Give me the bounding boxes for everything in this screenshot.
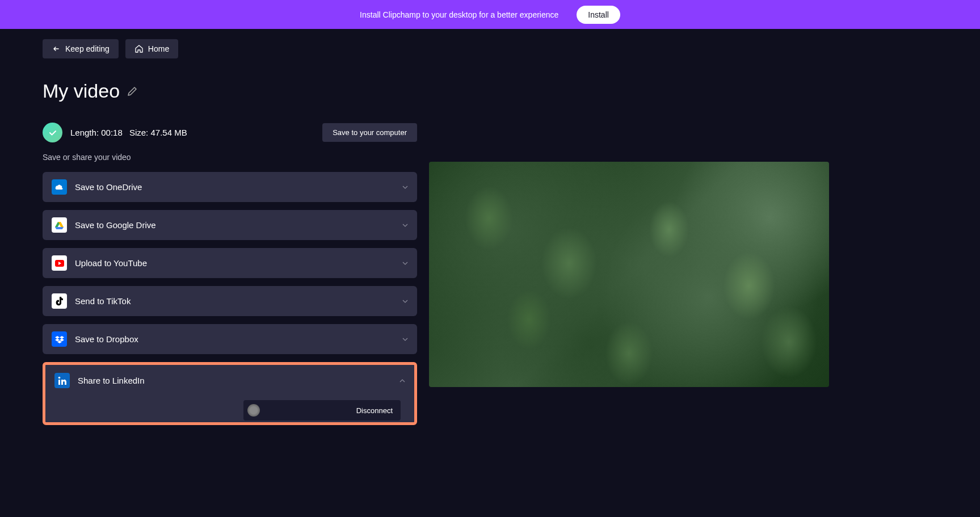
status-row: Length: 00:18 Size: 47.54 MB Save to you… [43, 123, 417, 142]
arrow-left-icon [52, 44, 61, 53]
chevron-down-icon [402, 300, 408, 303]
onedrive-label: Save to OneDrive [75, 182, 142, 192]
home-icon [134, 44, 144, 53]
install-banner: Install Clipchamp to your desktop for a … [0, 0, 980, 29]
youtube-label: Upload to YouTube [75, 258, 147, 268]
install-button[interactable]: Install [577, 6, 620, 24]
onedrive-icon [52, 179, 67, 195]
linkedin-header[interactable]: Share to LinkedIn [54, 373, 405, 388]
install-banner-text: Install Clipchamp to your desktop for a … [360, 10, 558, 19]
video-preview [429, 162, 829, 387]
home-button[interactable]: Home [125, 39, 178, 58]
chevron-down-icon [402, 224, 408, 227]
size-label: Size: [129, 128, 148, 137]
keep-editing-button[interactable]: Keep editing [43, 39, 119, 58]
share-option-onedrive[interactable]: Save to OneDrive [43, 172, 417, 202]
share-option-dropbox[interactable]: Save to Dropbox [43, 324, 417, 354]
linkedin-account-bar: Disconnect [243, 400, 401, 421]
googledrive-label: Save to Google Drive [75, 220, 156, 230]
chevron-down-icon [402, 338, 408, 341]
chevron-up-icon[interactable] [399, 379, 405, 383]
status-check-icon [43, 123, 62, 142]
chevron-down-icon [402, 186, 408, 189]
home-label: Home [148, 44, 169, 53]
dropbox-icon [52, 331, 67, 347]
linkedin-panel-highlighted: Share to LinkedIn Disconnect [43, 362, 417, 425]
share-subtitle: Save or share your video [43, 153, 417, 162]
dropbox-label: Save to Dropbox [75, 334, 138, 344]
avatar [247, 404, 260, 417]
length-label: Length: [70, 128, 99, 137]
length-value: 00:18 [101, 128, 123, 137]
svg-point-2 [58, 376, 60, 379]
left-panel: Keep editing Home My video Length: 00:18 [43, 39, 417, 425]
main-content: Keep editing Home My video Length: 00:18 [0, 29, 980, 435]
title-row: My video [43, 80, 417, 102]
share-option-youtube[interactable]: Upload to YouTube [43, 248, 417, 278]
keep-editing-label: Keep editing [65, 44, 110, 53]
share-options: Save to OneDrive Save to Google Drive [43, 172, 417, 425]
chevron-down-icon [402, 262, 408, 265]
linkedin-label: Share to LinkedIn [78, 376, 145, 385]
size-value: 47.54 MB [150, 128, 187, 137]
svg-rect-1 [58, 380, 60, 385]
tiktok-icon [52, 293, 67, 309]
disconnect-button[interactable]: Disconnect [356, 406, 393, 415]
linkedin-icon [54, 373, 70, 388]
top-buttons: Keep editing Home [43, 39, 417, 58]
edit-title-icon[interactable] [127, 86, 138, 97]
share-option-googledrive[interactable]: Save to Google Drive [43, 210, 417, 240]
share-option-tiktok[interactable]: Send to TikTok [43, 286, 417, 316]
video-title: My video [43, 80, 120, 102]
save-to-computer-button[interactable]: Save to your computer [322, 123, 417, 142]
video-info: Length: 00:18 Size: 47.54 MB [70, 128, 187, 137]
tiktok-label: Send to TikTok [75, 296, 131, 306]
youtube-icon [52, 255, 67, 271]
googledrive-icon [52, 217, 67, 233]
